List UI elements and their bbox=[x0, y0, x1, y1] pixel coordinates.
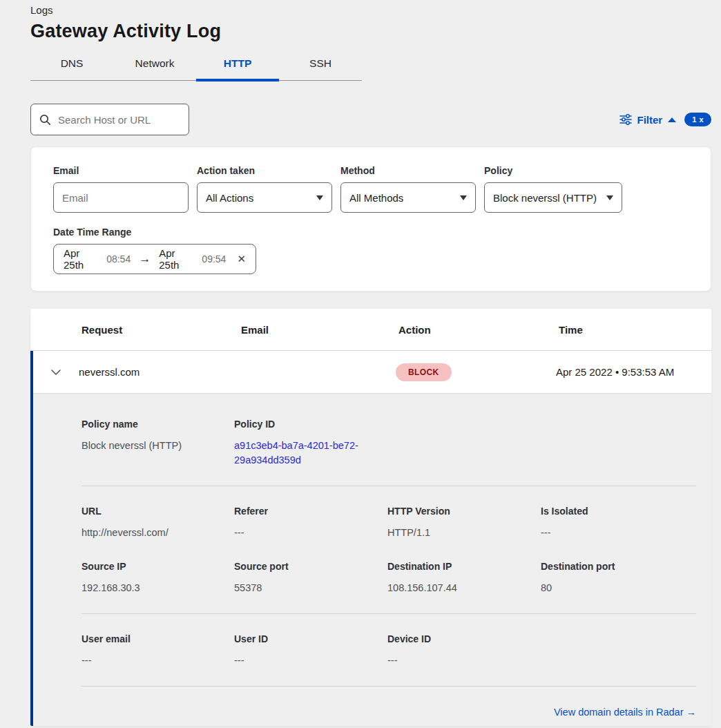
policy-label: Policy bbox=[484, 165, 622, 176]
chevron-down-icon bbox=[460, 195, 467, 200]
method-select[interactable]: All Methods bbox=[340, 182, 476, 213]
method-field: Method All Methods bbox=[340, 165, 476, 213]
policy-id-label: Policy ID bbox=[234, 419, 387, 430]
log-table: Request Email Action Time neverssl.com B… bbox=[30, 309, 711, 726]
table-header: Request Email Action Time bbox=[30, 309, 711, 351]
detail-field-referer: Referer --- bbox=[234, 506, 387, 540]
search-icon bbox=[39, 114, 51, 126]
method-value: All Methods bbox=[349, 192, 403, 204]
policy-select[interactable]: Block neverssl (HTTP) bbox=[484, 182, 622, 213]
action-taken-value: All Actions bbox=[206, 192, 253, 204]
action-taken-field: Action taken All Actions bbox=[197, 165, 332, 213]
detail-field-source-port: Source port 55378 bbox=[234, 561, 387, 595]
tab-bar: DNS Network HTTP SSH bbox=[30, 52, 362, 81]
tab-ssh[interactable]: SSH bbox=[279, 52, 362, 80]
toolbar: Filter 1 x bbox=[30, 104, 711, 135]
chevron-up-icon[interactable] bbox=[668, 117, 676, 122]
policy-id-field: Policy ID a91c3eb4-ba7a-4201-be72-29a934… bbox=[234, 419, 387, 468]
email-filter-field: Email bbox=[53, 165, 189, 213]
detail-field-is-isolated: Is Isolated --- bbox=[541, 506, 696, 540]
divider bbox=[81, 613, 696, 614]
search-input[interactable] bbox=[58, 114, 195, 126]
policy-value: Block neverssl (HTTP) bbox=[493, 192, 597, 204]
row-details: Policy name Block neverssl (HTTP) Policy… bbox=[33, 394, 711, 726]
col-request: Request bbox=[81, 324, 241, 336]
filter-button[interactable]: Filter bbox=[637, 114, 663, 126]
filter-sliders-icon bbox=[619, 114, 632, 125]
email-filter-label: Email bbox=[53, 165, 189, 176]
policy-name-label: Policy name bbox=[81, 419, 234, 430]
detail-field-user-id: User ID --- bbox=[234, 633, 387, 668]
action-taken-label: Action taken bbox=[197, 165, 332, 176]
detail-field-url: URL http://neverssl.com/ bbox=[81, 506, 234, 540]
detail-field-source-ip: Source IP 192.168.30.3 bbox=[81, 561, 234, 595]
col-email: Email bbox=[241, 324, 398, 336]
expanded-row-group: neverssl.com BLOCK Apr 25 2022 • 9:53:53… bbox=[30, 351, 711, 726]
filter-controls[interactable]: Filter 1 x bbox=[619, 113, 711, 126]
close-icon[interactable]: ✕ bbox=[237, 253, 246, 265]
policy-field: Policy Block neverssl (HTTP) bbox=[484, 165, 622, 213]
col-action: Action bbox=[398, 324, 559, 336]
chevron-expand-icon[interactable] bbox=[33, 369, 79, 376]
divider bbox=[81, 486, 696, 486]
tab-dns[interactable]: DNS bbox=[30, 52, 113, 80]
action-taken-select[interactable]: All Actions bbox=[197, 182, 332, 213]
block-badge: BLOCK bbox=[396, 363, 452, 381]
time-cell: Apr 25 2022 • 9:53:53 AM bbox=[556, 366, 711, 378]
detail-field-destination-ip: Destination IP 108.156.107.44 bbox=[387, 561, 541, 595]
filter-panel: Email Action taken All Actions Method Al… bbox=[30, 146, 711, 291]
detail-field-http-version: HTTP Version HTTP/1.1 bbox=[387, 506, 541, 540]
filter-count-badge[interactable]: 1 x bbox=[684, 113, 711, 126]
tab-http[interactable]: HTTP bbox=[196, 52, 279, 82]
breadcrumb[interactable]: Logs bbox=[30, 4, 721, 16]
date-range-field: Date Time Range Apr 25th 08:54 → Apr 25t… bbox=[53, 227, 689, 274]
search-box[interactable] bbox=[30, 104, 189, 135]
detail-field-device-id: Device ID --- bbox=[387, 633, 541, 668]
start-date: Apr 25th bbox=[64, 247, 99, 271]
date-range-label: Date Time Range bbox=[53, 227, 689, 238]
policy-name-field: Policy name Block neverssl (HTTP) bbox=[81, 419, 234, 468]
end-time: 09:54 bbox=[202, 253, 226, 265]
policy-id-link[interactable]: a91c3eb4-ba7a-4201-be72-29a934dd359d bbox=[234, 439, 372, 468]
request-cell: neverssl.com bbox=[79, 366, 238, 378]
col-time: Time bbox=[559, 324, 711, 336]
start-time: 08:54 bbox=[106, 253, 131, 265]
action-cell: BLOCK bbox=[396, 363, 556, 381]
end-date: Apr 25th bbox=[159, 247, 195, 271]
method-label: Method bbox=[340, 165, 476, 176]
email-filter-input[interactable] bbox=[62, 192, 180, 204]
arrow-right-icon: → bbox=[139, 252, 151, 266]
detail-field-destination-port: Destination port 80 bbox=[541, 561, 696, 595]
detail-field-user-email: User email --- bbox=[81, 633, 234, 668]
date-range-picker[interactable]: Apr 25th 08:54 → Apr 25th 09:54 ✕ bbox=[53, 244, 256, 274]
page-title: Gateway Activity Log bbox=[30, 21, 721, 42]
policy-name-value: Block neverssl (HTTP) bbox=[81, 439, 234, 453]
chevron-down-icon bbox=[316, 195, 323, 200]
table-row[interactable]: neverssl.com BLOCK Apr 25 2022 • 9:53:53… bbox=[33, 351, 711, 394]
chevron-down-icon bbox=[606, 195, 613, 200]
radar-details-link[interactable]: View domain details in Radar → bbox=[554, 707, 696, 718]
tab-network[interactable]: Network bbox=[113, 52, 196, 80]
divider bbox=[81, 686, 696, 687]
